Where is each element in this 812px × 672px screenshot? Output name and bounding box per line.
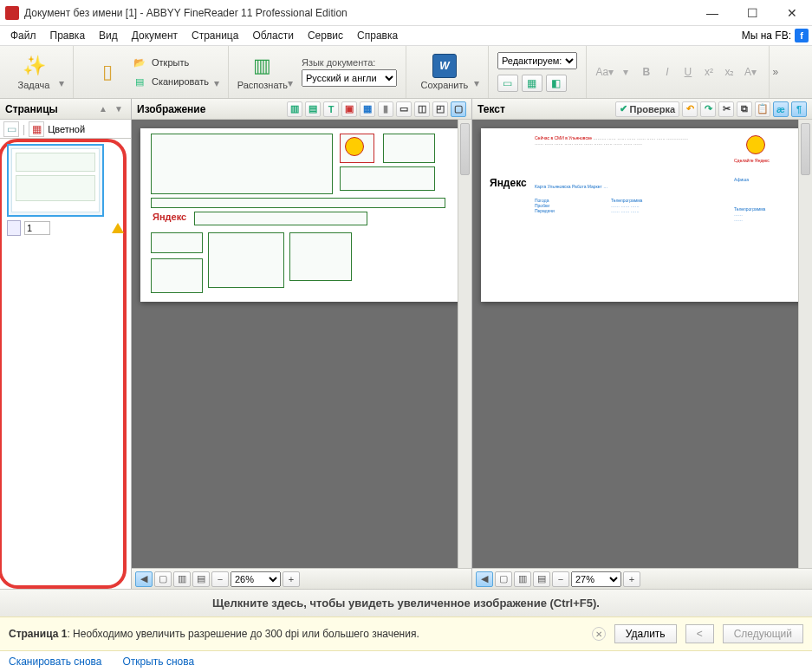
txt-tool-next[interactable]: ↷: [700, 101, 716, 117]
new-page-button[interactable]: ▯: [82, 49, 133, 95]
task-button[interactable]: ✨ Задача: [9, 49, 59, 95]
img-tool-crop[interactable]: ◰: [432, 101, 448, 117]
txt-tool-paste[interactable]: 📋: [755, 101, 770, 117]
bold-button[interactable]: B: [637, 63, 656, 81]
img-tool-eraser[interactable]: ◫: [414, 101, 430, 117]
view-page-button[interactable]: ▭: [497, 75, 518, 92]
task-dropdown[interactable]: ▾: [59, 77, 64, 95]
delete-button[interactable]: Удалить: [614, 624, 677, 643]
image-zoom-select[interactable]: 26%: [231, 571, 281, 587]
superscript-button[interactable]: x²: [699, 63, 718, 81]
img-tool-text-area[interactable]: T: [323, 101, 339, 117]
toolbar-overflow[interactable]: »: [770, 46, 782, 98]
menu-service[interactable]: Сервис: [301, 28, 350, 43]
recognize-button[interactable]: ▥ Распознать: [237, 49, 288, 95]
scanner-icon: ▤: [133, 75, 146, 88]
scan-button[interactable]: ▤ Сканировать: [133, 75, 209, 88]
rescan-link[interactable]: Сканировать снова: [9, 656, 101, 668]
txt-zoom-out[interactable]: −: [552, 571, 569, 587]
recognize-dropdown[interactable]: ▾: [288, 77, 293, 95]
image-scrollbar-v[interactable]: [458, 120, 471, 568]
size-select[interactable]: ▾: [616, 63, 635, 81]
img-view-1[interactable]: ▢: [154, 571, 172, 587]
maximize-button[interactable]: ☐: [732, 0, 772, 26]
img-tool-fit[interactable]: ▢: [451, 101, 466, 117]
open-scan-dropdown[interactable]: ▾: [214, 77, 219, 95]
font-style-button[interactable]: A▾: [741, 63, 760, 81]
menu-document[interactable]: Документ: [125, 28, 185, 43]
minimize-button[interactable]: —: [692, 0, 732, 26]
next-button[interactable]: Следующий: [723, 624, 803, 643]
image-pane: Изображение ▥ ▤ T ▣ ▦ ▮ ▭ ◫ ◰ ▢: [132, 99, 472, 589]
italic-button[interactable]: I: [658, 63, 677, 81]
txt-zoom-in[interactable]: +: [623, 571, 640, 587]
menu-page[interactable]: Страница: [185, 28, 245, 43]
warning-prefix: Страница 1: [9, 628, 67, 640]
page-number-input[interactable]: [24, 221, 50, 235]
recognize-label: Распознать: [237, 80, 288, 90]
subscript-button[interactable]: x₂: [720, 63, 739, 81]
check-button[interactable]: ✔ Проверка: [615, 101, 679, 117]
img-tool-select[interactable]: ▭: [396, 101, 412, 117]
pages-color-view[interactable]: ▦: [29, 121, 44, 137]
text-scrollbar-v[interactable]: [798, 120, 812, 568]
save-dropdown[interactable]: ▾: [474, 77, 479, 95]
img-tool-picture-area[interactable]: ▣: [341, 101, 357, 117]
txt-tool-copy[interactable]: ⧉: [737, 101, 752, 117]
reopen-link[interactable]: Открыть снова: [122, 656, 194, 668]
txt-tool-para[interactable]: ¶: [791, 101, 807, 117]
word-icon: W: [432, 54, 457, 78]
font-select[interactable]: Aa▾: [595, 63, 614, 81]
menu-edit[interactable]: Правка: [43, 28, 93, 43]
view-image-button[interactable]: ▦: [522, 75, 542, 92]
check-icon: ✔: [620, 103, 627, 114]
view-pict-button[interactable]: ◧: [546, 75, 567, 92]
warning-close-button[interactable]: ✕: [592, 627, 606, 641]
pages-up-button[interactable]: ▲: [96, 102, 110, 116]
pages-list-view[interactable]: ▭: [3, 121, 19, 137]
img-view-3[interactable]: ▤: [192, 571, 210, 587]
img-zoom-out[interactable]: −: [211, 571, 229, 587]
img-tool-barcode[interactable]: ▮: [378, 101, 393, 117]
text-zoom-select[interactable]: 27%: [571, 571, 621, 587]
window-title: Документ без имени [1] - ABBYY FineReade…: [24, 7, 692, 19]
app-icon: [5, 6, 19, 20]
menu-help[interactable]: Справка: [350, 28, 405, 43]
text-viewport[interactable]: Яндекс Сейчас в СМИ в Ульяновске ……… …… …: [472, 120, 812, 568]
facebook-icon[interactable]: f: [795, 29, 809, 42]
recognize-icon: ▥: [250, 54, 275, 78]
img-tool-table-area[interactable]: ▦: [360, 101, 375, 117]
underline-button[interactable]: U: [679, 63, 698, 81]
menu-file[interactable]: Файл: [3, 28, 43, 43]
pages-down-button[interactable]: ▼: [112, 102, 126, 116]
page-thumbnail[interactable]: [7, 144, 104, 217]
txt-tool-prev[interactable]: ↶: [682, 101, 698, 117]
img-tool-analyze[interactable]: ▥: [287, 101, 302, 117]
layout-mode-select[interactable]: Редактируем:: [497, 52, 577, 69]
work-area: Страницы ▲ ▼ ▭ | ▦ Цветной: [0, 99, 812, 589]
txt-view-2[interactable]: ▥: [514, 571, 531, 587]
txt-tool-link[interactable]: æ: [773, 101, 789, 117]
scan-label: Сканировать: [152, 76, 209, 87]
pages-list: [0, 139, 131, 589]
save-button[interactable]: W Сохранить: [415, 49, 474, 95]
open-button[interactable]: 📂 Открыть: [133, 55, 209, 69]
img-tool-read[interactable]: ▤: [305, 101, 321, 117]
pages-panel: Страницы ▲ ▼ ▭ | ▦ Цветной: [0, 99, 132, 589]
warning-bar: Страница 1: Необходимо увеличить разреше…: [0, 617, 812, 651]
menu-areas[interactable]: Области: [245, 28, 301, 43]
language-select[interactable]: Русский и англи: [302, 69, 397, 87]
zoom-hint-bar[interactable]: Щелкните здесь, чтобы увидеть увеличенно…: [0, 589, 812, 617]
img-zoom-in[interactable]: +: [283, 571, 300, 587]
img-view-2[interactable]: ▥: [173, 571, 191, 587]
txt-tool-cut[interactable]: ✂: [718, 101, 734, 117]
txt-view-1[interactable]: ▢: [495, 571, 512, 587]
txt-view-3[interactable]: ▤: [533, 571, 550, 587]
prev-button[interactable]: <: [685, 624, 714, 643]
menu-view[interactable]: Вид: [92, 28, 125, 43]
img-nav-first[interactable]: ◀: [135, 571, 153, 587]
txt-nav-first[interactable]: ◀: [476, 571, 493, 587]
close-button[interactable]: ✕: [772, 0, 812, 26]
image-viewport[interactable]: Яндекс: [132, 120, 471, 568]
warning-text: : Необходимо увеличить разрешение до 300…: [67, 628, 419, 640]
